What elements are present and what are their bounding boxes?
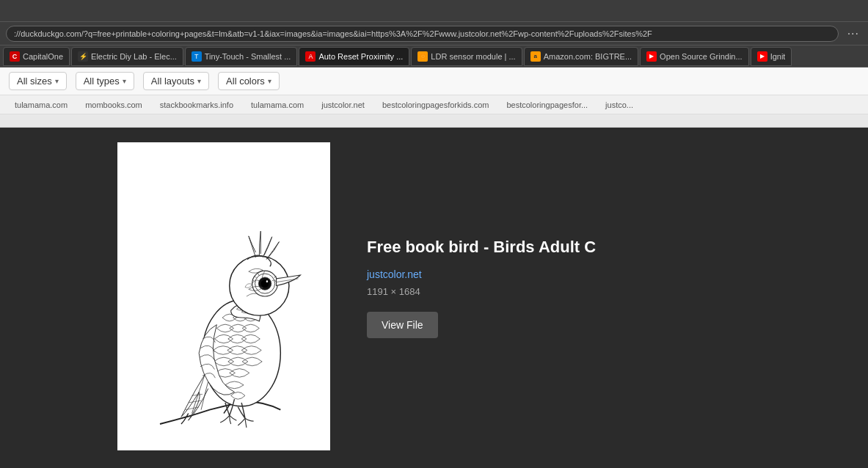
main-content: Free book bird - Birds Adult C justcolor… — [0, 128, 868, 468]
image-dims: 1191 × 1684 — [367, 286, 846, 297]
filter-label-colors: All colors — [226, 76, 265, 87]
tab-ignit[interactable]: ▶Ignit — [751, 47, 792, 66]
tab-auto[interactable]: AAuto Reset Proximity ... — [299, 47, 409, 66]
filters-row: All sizes▾All types▾All layouts▾All colo… — [0, 67, 868, 95]
filter-layouts[interactable]: All layouts▾ — [143, 72, 209, 90]
tab-label-tiny: Tiny-Touch - Smallest ... — [205, 52, 291, 61]
address-bar[interactable]: ://duckduckgo.com/?q=free+printable+colo… — [6, 26, 839, 42]
chevron-down-icon: ▾ — [123, 77, 126, 85]
tab-label-opensource: Open Source Grindin... — [660, 52, 743, 61]
view-file-button[interactable]: View File — [367, 312, 438, 338]
filter-label-layouts: All layouts — [151, 76, 194, 87]
filter-sizes[interactable]: All sizes▾ — [9, 72, 67, 90]
tab-capitalOne[interactable]: CCapitalOne — [3, 47, 70, 66]
filter-colors[interactable]: All colors▾ — [218, 72, 280, 90]
domain-item[interactable]: tulamama.com — [6, 100, 76, 109]
tab-label-auto: Auto Reset Proximity ... — [318, 52, 403, 61]
tab-label-ldr: LDR sensor module | ... — [431, 52, 515, 61]
thumb-names-row — [0, 114, 868, 128]
image-source[interactable]: justcolor.net — [367, 268, 846, 280]
tab-label-elec: Electric Diy Lab - Elec... — [91, 52, 177, 61]
svg-line-1 — [189, 401, 201, 403]
tab-label-amazon: Amazon.com: BIGTRE... — [544, 52, 632, 61]
browser-chrome — [0, 0, 868, 22]
svg-point-9 — [266, 280, 269, 283]
address-text: ://duckduckgo.com/?q=free+printable+colo… — [14, 29, 652, 38]
image-title: Free book bird - Birds Adult C — [367, 238, 846, 257]
domain-item[interactable]: stackbookmarks.info — [151, 100, 242, 109]
tab-label-ignit: Ignit — [770, 52, 786, 61]
image-panel — [0, 128, 345, 468]
domain-row: tulamama.commombooks.comstackbookmarks.i… — [0, 95, 868, 114]
image-container[interactable] — [117, 142, 330, 450]
tab-amazon[interactable]: aAmazon.com: BIGTRE... — [524, 47, 638, 66]
tab-label-capitalOne: CapitalOne — [23, 52, 63, 61]
address-bar-row: ://duckduckgo.com/?q=free+printable+colo… — [0, 22, 868, 45]
bird-image — [117, 146, 330, 447]
chevron-down-icon: ▾ — [268, 77, 271, 85]
dots-menu[interactable]: ··· — [845, 27, 862, 40]
domain-item[interactable]: bestcoloringpagesfor... — [497, 100, 597, 109]
tab-opensource[interactable]: ▶Open Source Grindin... — [640, 47, 749, 66]
tabs-bar: CCapitalOne⚡Electric Diy Lab - Elec...TT… — [0, 45, 868, 67]
domain-item[interactable]: bestcoloringpagesforkids.com — [373, 100, 498, 109]
tab-tiny[interactable]: TTiny-Touch - Smallest ... — [185, 47, 298, 66]
chevron-down-icon: ▾ — [55, 77, 59, 85]
domain-item[interactable]: justco... — [597, 100, 642, 109]
domain-item[interactable]: tulamama.com — [242, 100, 313, 109]
domain-item[interactable]: mombooks.com — [76, 100, 151, 109]
tab-elec[interactable]: ⚡Electric Diy Lab - Elec... — [71, 47, 183, 66]
domain-item[interactable]: justcolor.net — [313, 100, 373, 109]
info-panel: Free book bird - Birds Adult C justcolor… — [345, 128, 868, 468]
filter-label-sizes: All sizes — [17, 76, 52, 87]
tab-ldr[interactable]: 🔆LDR sensor module | ... — [411, 47, 522, 66]
filter-types[interactable]: All types▾ — [76, 72, 134, 90]
filter-label-types: All types — [84, 76, 120, 87]
chevron-down-icon: ▾ — [197, 77, 201, 85]
